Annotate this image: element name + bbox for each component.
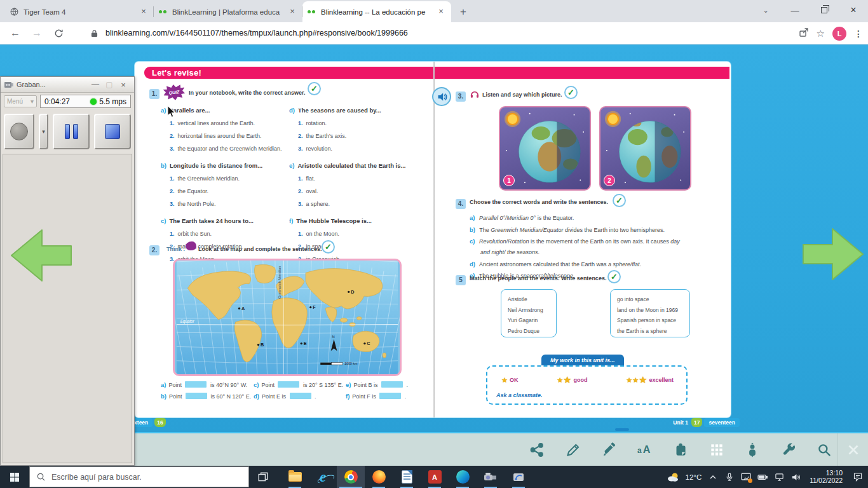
- answer-option: 3.the Equator and the Greenwich Meridian…: [161, 142, 295, 154]
- question-letter: b): [161, 162, 166, 169]
- back-icon[interactable]: ←: [9, 27, 22, 39]
- browser-tab[interactable]: Blinklearning -- La educación pe×: [302, 1, 451, 22]
- start-button[interactable]: [0, 466, 29, 488]
- recorder-taskbar-button[interactable]: [505, 466, 532, 488]
- browser-tab[interactable]: Tiger Team 4×: [5, 1, 154, 22]
- pencil-icon[interactable]: [565, 442, 581, 458]
- recording-timer: 0:04:27: [44, 97, 90, 106]
- writer-taskbar-button[interactable]: [393, 466, 421, 488]
- event-item[interactable]: the Earth is a sphere: [617, 326, 683, 337]
- picture-card[interactable]: 1: [499, 106, 591, 191]
- edge-taskbar-button[interactable]: [449, 466, 477, 488]
- forward-icon[interactable]: →: [31, 27, 43, 39]
- url-text[interactable]: blinklearning.com/v/1644501107/themes/tm…: [105, 29, 408, 37]
- toolbar-close-button[interactable]: [837, 433, 868, 466]
- weather-icon[interactable]: [667, 472, 679, 482]
- question-title: Longitude is the distance from...: [170, 162, 262, 169]
- notes-icon[interactable]: [672, 442, 689, 458]
- internet-explorer-taskbar-button[interactable]: e: [309, 466, 337, 488]
- taskbar-search-input[interactable]: Escribe aquí para buscar.: [29, 466, 249, 487]
- file-explorer-taskbar-button[interactable]: [281, 466, 309, 488]
- tab-close-icon[interactable]: ×: [436, 7, 446, 17]
- exercise-3-pictures: 12: [499, 106, 691, 191]
- record-button[interactable]: [4, 114, 34, 149]
- answer-blank: [381, 381, 403, 388]
- weather-temp[interactable]: 12°C: [686, 473, 702, 481]
- browser-tab[interactable]: BlinkLearning | Plataforma educa×: [154, 1, 302, 22]
- pause-button[interactable]: [53, 114, 90, 149]
- question-letter: a): [161, 107, 166, 114]
- check-answers-button[interactable]: [607, 270, 621, 283]
- person-item[interactable]: Neil Armstrong: [508, 305, 550, 316]
- recorder-menu-dropdown[interactable]: Menú▾: [4, 95, 37, 107]
- event-item[interactable]: Spanish person in space: [617, 315, 683, 326]
- person-item[interactable]: Yuri Gagarin: [508, 315, 550, 326]
- network-icon[interactable]: [774, 472, 784, 482]
- tab-close-icon[interactable]: ×: [287, 7, 297, 17]
- search-icon[interactable]: [816, 442, 832, 458]
- rating-option[interactable]: ★★★excellent: [626, 374, 674, 386]
- taskbar-clock[interactable]: 13:1011/02/2022: [810, 470, 843, 484]
- exercise-4-instruction: Choose the correct words and write the s…: [470, 199, 608, 205]
- avatar-icon[interactable]: [744, 442, 761, 458]
- prev-page-arrow[interactable]: [9, 225, 72, 288]
- refresh-icon[interactable]: [52, 27, 65, 39]
- svg-text:1000 km: 1000 km: [344, 362, 358, 365]
- restore-icon[interactable]: [810, 0, 839, 20]
- exercise-2-header: 2.: [149, 243, 159, 255]
- event-item[interactable]: go into space: [617, 294, 683, 305]
- check-answers-button[interactable]: [613, 194, 626, 207]
- chrome-taskbar-button[interactable]: [337, 466, 365, 488]
- cast-active-dot: [748, 478, 752, 483]
- new-tab-button[interactable]: +: [455, 4, 471, 20]
- rating-option[interactable]: ★★good: [557, 374, 587, 386]
- share-page-icon[interactable]: [799, 27, 809, 40]
- check-answers-button[interactable]: [308, 82, 321, 95]
- person-item[interactable]: Aristotle: [508, 294, 550, 305]
- highlighter-icon[interactable]: [600, 442, 617, 458]
- acrobat-taskbar-button[interactable]: A: [421, 466, 449, 488]
- audio-button[interactable]: [432, 87, 451, 106]
- task-view-button[interactable]: [249, 466, 277, 488]
- chevron-up-icon[interactable]: [708, 472, 718, 482]
- apps-grid-icon[interactable]: [709, 442, 725, 458]
- close-icon[interactable]: ×: [839, 0, 868, 20]
- rating-option[interactable]: ★OK: [501, 374, 518, 386]
- tab-search-icon[interactable]: ⌄: [751, 0, 780, 20]
- tab-title: Tiger Team 4: [24, 8, 139, 16]
- profile-avatar[interactable]: L: [832, 27, 846, 41]
- record-options-dropdown[interactable]: ▾: [39, 114, 48, 149]
- tools-icon[interactable]: [780, 442, 797, 458]
- fill-in-sentence: b)Point is 60° N 120° E.: [161, 391, 248, 402]
- battery-icon[interactable]: [757, 472, 768, 482]
- scrollbar-nub[interactable]: [615, 428, 629, 431]
- camcorder-taskbar-button[interactable]: [477, 466, 505, 488]
- recorder-buttons: ▾: [1, 110, 134, 153]
- close-icon[interactable]: ×: [116, 80, 130, 90]
- check-answers-button[interactable]: [564, 86, 578, 99]
- minimize-icon[interactable]: —: [780, 0, 810, 20]
- search-icon: [36, 472, 46, 482]
- bookmark-star-icon[interactable]: ☆: [817, 28, 825, 39]
- share-icon[interactable]: [529, 442, 545, 458]
- browser-menu-icon[interactable]: ⋮: [854, 29, 863, 39]
- picture-card[interactable]: 2: [599, 106, 691, 191]
- question-letter: f): [289, 217, 293, 224]
- tab-close-icon[interactable]: ×: [139, 7, 149, 17]
- next-page-arrow[interactable]: [802, 224, 865, 287]
- person-item[interactable]: Pedro Duque: [508, 326, 550, 337]
- lock-icon[interactable]: [88, 27, 100, 39]
- minimize-icon[interactable]: —: [88, 80, 102, 89]
- recorder-preview-area: [3, 154, 132, 463]
- recorder-title-bar[interactable]: Graban... — ▢ ×: [1, 77, 134, 93]
- notification-icon[interactable]: [853, 472, 863, 482]
- check-answers-button[interactable]: [322, 240, 335, 254]
- text-size-icon[interactable]: aA: [637, 442, 653, 458]
- event-item[interactable]: land on the Moon in 1969: [617, 305, 683, 316]
- firefox-taskbar-button[interactable]: [365, 466, 393, 488]
- microphone-icon[interactable]: [724, 472, 735, 482]
- stop-button[interactable]: [94, 114, 131, 149]
- think-label: Think .: [166, 246, 185, 252]
- cast-icon[interactable]: [741, 472, 751, 482]
- volume-icon[interactable]: [790, 472, 801, 482]
